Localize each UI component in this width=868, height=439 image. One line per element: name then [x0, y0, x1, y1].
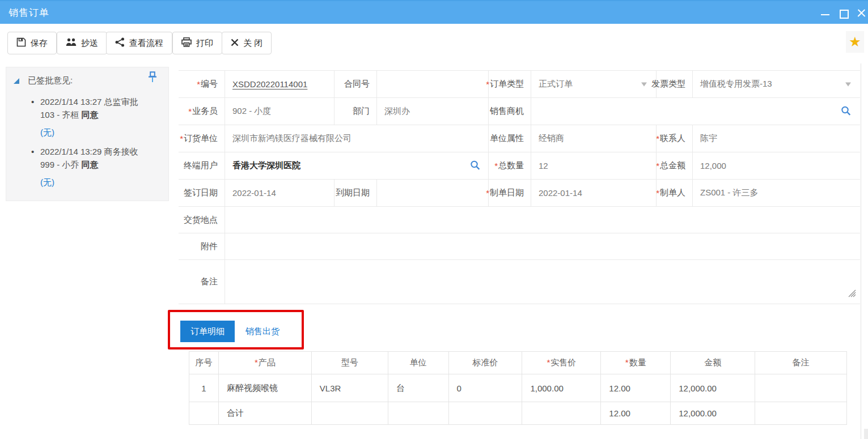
- required-asterisk: *: [486, 188, 489, 198]
- attachment-none-link[interactable]: (无): [40, 177, 54, 188]
- label-salesman: *业务员: [179, 98, 225, 125]
- col-std-price: 标准价: [448, 352, 522, 374]
- search-icon[interactable]: [470, 160, 480, 172]
- required-asterisk: *: [180, 134, 183, 143]
- scrollbar-corner[interactable]: [864, 429, 868, 439]
- order-type-select[interactable]: 正式订单: [531, 71, 657, 97]
- cell-qty[interactable]: 12.00: [601, 374, 671, 402]
- contract-no-field[interactable]: [377, 71, 489, 97]
- close-window-icon[interactable]: [857, 9, 866, 18]
- maximize-icon[interactable]: [839, 9, 848, 18]
- cell-product[interactable]: 麻醉视频喉镜: [218, 374, 311, 402]
- label-department: 部门: [335, 98, 377, 125]
- col-seq: 序号: [189, 352, 219, 374]
- cell-sell-price[interactable]: 1,000.00: [522, 374, 601, 402]
- department-field[interactable]: 深圳办: [377, 98, 489, 125]
- cell-std-price[interactable]: 0: [448, 374, 522, 402]
- required-asterisk: *: [188, 106, 192, 116]
- items-table: 序号 *产品 型号 单位 标准价 *实售价 *数量 金额 备注 1 麻醉视频喉镜…: [189, 351, 847, 425]
- label-sign-date: 签订日期: [179, 180, 225, 206]
- toolbar: 保存 抄送 查看流程 打印 关 闭 ★: [0, 24, 868, 61]
- favorite-button[interactable]: ★: [846, 31, 864, 53]
- collapse-triangle-icon[interactable]: [14, 78, 19, 84]
- label-delivery-place: 交货地点: [179, 207, 225, 233]
- print-button[interactable]: 打印: [172, 32, 222, 54]
- contact-field[interactable]: 陈宇: [693, 125, 860, 152]
- chevron-down-icon: [845, 82, 851, 86]
- close-x-icon: [231, 39, 239, 48]
- col-model: 型号: [311, 352, 388, 374]
- save-icon: [16, 37, 26, 49]
- page-title: 销售订单: [9, 6, 49, 19]
- label-attachment: 附件: [179, 233, 225, 259]
- doc-date-field[interactable]: 2022-01-14: [531, 180, 657, 206]
- approval-item: • 2022/1/14 13:27 总监审批 103 - 齐桓 同意 (无): [40, 95, 168, 145]
- view-flow-button[interactable]: 查看流程: [106, 32, 172, 54]
- resize-handle-icon[interactable]: [848, 289, 857, 300]
- window-controls: [821, 1, 867, 25]
- order-no-field[interactable]: XSDD20220114001: [225, 71, 335, 97]
- due-date-field[interactable]: [377, 180, 489, 206]
- table-header-row: 序号 *产品 型号 单位 标准价 *实售价 *数量 金额 备注: [189, 352, 847, 374]
- table-total-row: 合计 12.00 12,000.00: [189, 402, 847, 425]
- cell-amount[interactable]: 12,000.00: [671, 374, 755, 402]
- minimize-icon[interactable]: [821, 9, 829, 18]
- label-due-date: 到期日期: [335, 180, 377, 206]
- approval-item: • 2022/1/14 13:29 商务接收 999 - 小乔 同意 (无): [40, 145, 168, 195]
- ordering-unit-field[interactable]: 深圳市新鸿镁医疗器械有限公司: [225, 125, 489, 152]
- cell-total-qty: 12.00: [601, 402, 671, 425]
- label-doc-date: *制单日期: [489, 180, 531, 206]
- cell-total-amount: 12,000.00: [671, 402, 755, 425]
- search-icon[interactable]: [841, 105, 851, 117]
- col-amount: 金额: [671, 352, 755, 374]
- share-icon: [115, 37, 125, 49]
- pin-icon[interactable]: [148, 71, 157, 84]
- close-button[interactable]: 关 闭: [222, 32, 272, 54]
- col-remark: 备注: [755, 352, 847, 374]
- attachment-none-link[interactable]: (无): [40, 127, 54, 138]
- cc-button[interactable]: 抄送: [57, 32, 107, 54]
- delivery-place-field[interactable]: [225, 207, 860, 233]
- label-order-type: *订单类型: [489, 71, 531, 97]
- total-amount-field[interactable]: 12,000: [693, 152, 860, 179]
- required-asterisk: *: [197, 79, 200, 89]
- end-user-field[interactable]: 香港大学深圳医院: [225, 152, 489, 179]
- people-icon: [66, 38, 77, 48]
- cell-seq: 1: [189, 374, 219, 402]
- sign-date-field[interactable]: 2022-01-14: [225, 180, 335, 206]
- required-asterisk: *: [656, 188, 659, 198]
- cell-remark[interactable]: [755, 374, 847, 402]
- cell-unit[interactable]: 台: [388, 374, 448, 402]
- cell-model[interactable]: VL3R: [311, 374, 388, 402]
- content-right-divider: [861, 63, 861, 439]
- tab-order-details[interactable]: 订单明细: [180, 321, 235, 342]
- salesman-field[interactable]: 902 - 小度: [225, 98, 335, 125]
- star-icon: ★: [849, 34, 861, 50]
- col-sell-price: *实售价: [522, 352, 601, 374]
- required-asterisk: *: [486, 79, 489, 89]
- label-contact: *联系人: [657, 125, 693, 152]
- window-titlebar: 销售订单: [0, 0, 868, 24]
- label-unit-property: 单位属性: [489, 125, 531, 152]
- total-qty-field[interactable]: 12: [531, 152, 657, 179]
- table-row[interactable]: 1 麻醉视频喉镜 VL3R 台 0 1,000.00 12.00 12,000.…: [189, 374, 847, 402]
- required-asterisk: *: [547, 357, 550, 367]
- tab-sales-shipment[interactable]: 销售出货: [245, 326, 280, 337]
- required-asterisk: *: [255, 357, 258, 367]
- doc-maker-field[interactable]: ZS001 - 许三多: [693, 180, 860, 206]
- printer-icon: [181, 37, 192, 49]
- label-ordering-unit: *订货单位: [179, 125, 225, 152]
- opportunity-field[interactable]: [531, 98, 860, 125]
- label-order-no: *编号: [179, 71, 225, 97]
- approval-comments-panel: 已签批意见: • 2022/1/14 13:27 总监审批 103 - 齐桓 同…: [6, 67, 169, 201]
- required-asterisk: *: [656, 161, 659, 171]
- chevron-down-icon: [641, 82, 647, 86]
- detail-tabs: 订单明细 销售出货: [180, 321, 280, 342]
- unit-property-field[interactable]: 经销商: [531, 125, 657, 152]
- label-opportunity: 销售商机: [489, 98, 531, 125]
- attachment-field[interactable]: [225, 233, 860, 259]
- remark-field[interactable]: [225, 260, 860, 304]
- invoice-type-select[interactable]: 增值税专用发票-13: [693, 71, 860, 97]
- label-invoice-type: 发票类型: [657, 71, 693, 97]
- save-button[interactable]: 保存: [7, 32, 57, 54]
